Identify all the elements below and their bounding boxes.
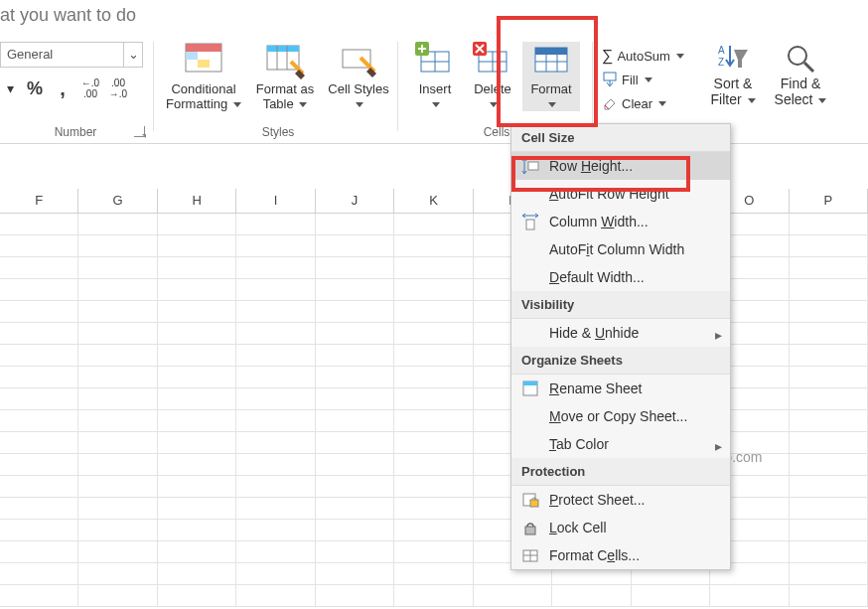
cell[interactable] — [158, 323, 236, 345]
col-header[interactable]: F — [0, 189, 78, 213]
cell[interactable] — [0, 410, 78, 432]
cell[interactable] — [632, 585, 710, 607]
cell[interactable] — [316, 235, 394, 257]
accounting-format-button[interactable]: ▾ — [0, 76, 20, 101]
cell[interactable] — [316, 520, 394, 541]
cell[interactable] — [158, 257, 236, 279]
cell[interactable] — [394, 235, 473, 257]
cell[interactable] — [236, 367, 315, 388]
col-header[interactable]: H — [158, 189, 236, 213]
cell[interactable] — [78, 585, 157, 607]
cell[interactable] — [790, 323, 868, 345]
cell[interactable] — [236, 563, 315, 585]
cell[interactable] — [236, 257, 315, 279]
cell[interactable] — [78, 476, 157, 498]
cell[interactable] — [78, 541, 157, 563]
cell[interactable] — [790, 214, 868, 235]
increase-decimal-button[interactable]: ←.0.00 — [77, 76, 103, 101]
cell[interactable] — [78, 214, 157, 235]
cell[interactable] — [78, 301, 157, 323]
cell[interactable] — [790, 498, 868, 520]
cell[interactable] — [316, 214, 394, 235]
menu-item-protect-sheet[interactable]: Protect Sheet... — [511, 486, 730, 514]
cell[interactable] — [158, 454, 236, 476]
cell[interactable] — [790, 410, 868, 432]
cell[interactable] — [78, 345, 157, 367]
cell[interactable] — [0, 214, 78, 235]
cell[interactable] — [394, 476, 473, 498]
cell[interactable] — [474, 585, 552, 607]
cell[interactable] — [158, 345, 236, 367]
cell[interactable] — [394, 454, 473, 476]
cell[interactable] — [790, 345, 868, 367]
menu-item-column-width[interactable]: Column Width... — [511, 208, 730, 235]
cell[interactable] — [394, 345, 473, 367]
cell[interactable] — [394, 541, 473, 563]
menu-item-tab-color[interactable]: Tab Color▸ — [511, 430, 730, 458]
cell[interactable] — [316, 476, 394, 498]
cell[interactable] — [0, 323, 78, 345]
cell[interactable] — [710, 585, 789, 607]
cell[interactable] — [0, 279, 78, 301]
cell[interactable] — [394, 498, 473, 520]
cell[interactable] — [790, 432, 868, 454]
cell[interactable] — [316, 279, 394, 301]
cell[interactable] — [316, 563, 394, 585]
cell[interactable] — [0, 476, 78, 498]
cell[interactable] — [158, 563, 236, 585]
autosum-button[interactable]: ∑ AutoSum — [602, 44, 684, 68]
cell[interactable] — [394, 388, 473, 410]
cell[interactable] — [316, 345, 394, 367]
cell[interactable] — [790, 257, 868, 279]
cell[interactable] — [78, 410, 157, 432]
menu-item-format-cells[interactable]: Format Cells... — [511, 541, 730, 569]
cell[interactable] — [78, 498, 157, 520]
decrease-decimal-button[interactable]: .00→.0 — [105, 76, 131, 101]
cell[interactable] — [236, 498, 315, 520]
cell[interactable] — [236, 520, 315, 541]
cell[interactable] — [0, 498, 78, 520]
cell[interactable] — [236, 585, 315, 607]
cell[interactable] — [394, 323, 473, 345]
cell[interactable] — [78, 257, 157, 279]
comma-button[interactable]: , — [50, 76, 75, 101]
cell[interactable] — [236, 323, 315, 345]
cell[interactable] — [790, 235, 868, 257]
cell[interactable] — [0, 345, 78, 367]
cell[interactable] — [0, 520, 78, 541]
cell[interactable] — [0, 563, 78, 585]
cell[interactable] — [0, 454, 78, 476]
cell[interactable] — [236, 388, 315, 410]
cell[interactable] — [790, 301, 868, 323]
cell[interactable] — [0, 388, 78, 410]
clear-button[interactable]: Clear — [602, 91, 684, 115]
cell[interactable] — [158, 520, 236, 541]
cell[interactable] — [394, 432, 473, 454]
cell[interactable] — [790, 367, 868, 388]
format-as-table-button[interactable]: Format as Table — [246, 42, 324, 111]
cell[interactable] — [790, 476, 868, 498]
cell[interactable] — [236, 345, 315, 367]
cell[interactable] — [316, 585, 394, 607]
cell[interactable] — [316, 323, 394, 345]
cell[interactable] — [158, 235, 236, 257]
cell[interactable] — [790, 279, 868, 301]
menu-item-autofit-row-height[interactable]: AutoFit Row Height — [511, 180, 730, 208]
chevron-down-icon[interactable]: ⌄ — [123, 43, 142, 67]
col-header[interactable]: J — [316, 189, 394, 213]
cell[interactable] — [158, 585, 236, 607]
cell[interactable] — [790, 585, 868, 607]
cell[interactable] — [236, 279, 315, 301]
fill-button[interactable]: Fill — [602, 68, 684, 91]
cell[interactable] — [790, 388, 868, 410]
menu-item-lock-cell[interactable]: Lock Cell — [511, 514, 730, 541]
cell[interactable] — [78, 432, 157, 454]
worksheet-grid[interactable]: F G H I J K L O P — [0, 189, 868, 607]
cell[interactable] — [78, 279, 157, 301]
cell[interactable] — [236, 235, 315, 257]
cell[interactable] — [316, 388, 394, 410]
cell[interactable] — [236, 214, 315, 235]
cell[interactable] — [316, 432, 394, 454]
cell[interactable] — [236, 410, 315, 432]
col-header[interactable]: I — [236, 189, 315, 213]
